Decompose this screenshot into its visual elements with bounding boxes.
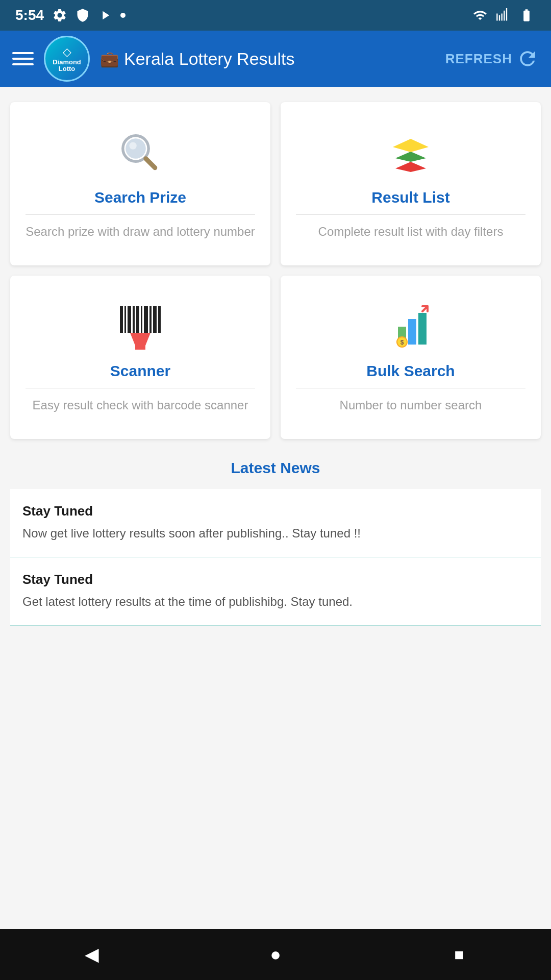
menu-button[interactable] <box>12 52 34 65</box>
bottom-nav: ◀ ● ■ <box>0 929 551 980</box>
recents-icon: ■ <box>454 945 464 964</box>
svg-rect-9 <box>128 306 131 333</box>
recents-button[interactable]: ■ <box>444 939 474 970</box>
svg-line-3 <box>146 159 155 168</box>
play-store-icon <box>98 8 112 22</box>
svg-rect-11 <box>136 306 139 333</box>
svg-rect-14 <box>149 306 152 333</box>
svg-marker-17 <box>130 333 151 346</box>
app-title: 💼 Kerala Lottery Results <box>100 49 435 69</box>
svg-point-1 <box>126 138 146 159</box>
news-body-1: Get latest lottery results at the time o… <box>22 593 529 611</box>
app-logo: ◇ DiamondLotto <box>44 36 90 82</box>
section-title: Latest News <box>10 459 541 477</box>
status-time-area: 5:54 <box>15 7 126 23</box>
svg-rect-12 <box>141 306 142 333</box>
svg-rect-18 <box>135 346 145 350</box>
news-item-1: Stay Tuned Get latest lottery results at… <box>10 557 541 626</box>
signal-icon <box>496 8 510 22</box>
search-prize-desc: Search prize with draw and lottery numbe… <box>26 223 255 240</box>
svg-rect-21 <box>418 313 427 345</box>
news-title-1: Stay Tuned <box>22 572 529 587</box>
svg-marker-4 <box>395 162 426 172</box>
svg-rect-8 <box>124 306 126 333</box>
svg-rect-13 <box>144 306 148 333</box>
result-list-desc: Complete result list with day filters <box>318 223 504 240</box>
scanner-desc: Easy result check with barcode scanner <box>33 397 248 414</box>
search-prize-icon <box>115 128 166 179</box>
home-button[interactable]: ● <box>260 939 291 970</box>
news-title-0: Stay Tuned <box>22 503 529 519</box>
search-prize-card[interactable]: Search Prize Search prize with draw and … <box>10 102 270 265</box>
battery-icon <box>517 8 536 22</box>
svg-marker-6 <box>393 139 429 152</box>
svg-rect-20 <box>408 319 416 345</box>
time-display: 5:54 <box>15 7 44 23</box>
cards-grid: Search Prize Search prize with draw and … <box>10 102 541 439</box>
dot-indicator <box>120 13 126 18</box>
status-bar: 5:54 <box>0 0 551 31</box>
scanner-icon <box>115 301 166 352</box>
app-title-text: Kerala Lottery Results <box>124 49 295 69</box>
latest-news-section: Latest News Stay Tuned Now get live lott… <box>10 459 541 626</box>
main-content: Search Prize Search prize with draw and … <box>0 87 551 929</box>
bulk-search-card[interactable]: $ Bulk Search Number to number search <box>281 276 541 439</box>
scanner-title: Scanner <box>26 362 255 388</box>
back-icon: ◀ <box>85 944 99 965</box>
svg-text:$: $ <box>400 339 404 346</box>
scanner-card[interactable]: Scanner Easy result check with barcode s… <box>10 276 270 439</box>
wifi-icon <box>471 8 489 22</box>
result-list-icon <box>385 128 436 179</box>
refresh-icon <box>516 47 539 70</box>
news-body-0: Now get live lottery results soon after … <box>22 524 529 543</box>
refresh-label: REFRESH <box>445 51 512 67</box>
settings-icon <box>52 8 67 23</box>
home-icon: ● <box>270 944 281 965</box>
shield-icon <box>76 8 90 22</box>
svg-point-2 <box>129 142 136 149</box>
bulk-search-title: Bulk Search <box>296 362 525 388</box>
news-item-0: Stay Tuned Now get live lottery results … <box>10 489 541 557</box>
result-list-title: Result List <box>296 189 525 215</box>
app-bar: ◇ DiamondLotto 💼 Kerala Lottery Results … <box>0 31 551 87</box>
svg-rect-16 <box>158 306 161 333</box>
search-prize-title: Search Prize <box>26 189 255 215</box>
back-button[interactable]: ◀ <box>77 939 107 970</box>
bulk-search-desc: Number to number search <box>340 397 482 414</box>
result-list-card[interactable]: Result List Complete result list with da… <box>281 102 541 265</box>
svg-rect-7 <box>120 306 123 333</box>
refresh-button[interactable]: REFRESH <box>445 47 539 70</box>
svg-marker-5 <box>395 152 426 162</box>
briefcase-icon: 💼 <box>100 50 119 68</box>
svg-rect-10 <box>133 306 135 333</box>
bulk-search-icon: $ <box>385 301 436 352</box>
svg-rect-15 <box>153 306 157 333</box>
status-icons <box>471 8 536 22</box>
